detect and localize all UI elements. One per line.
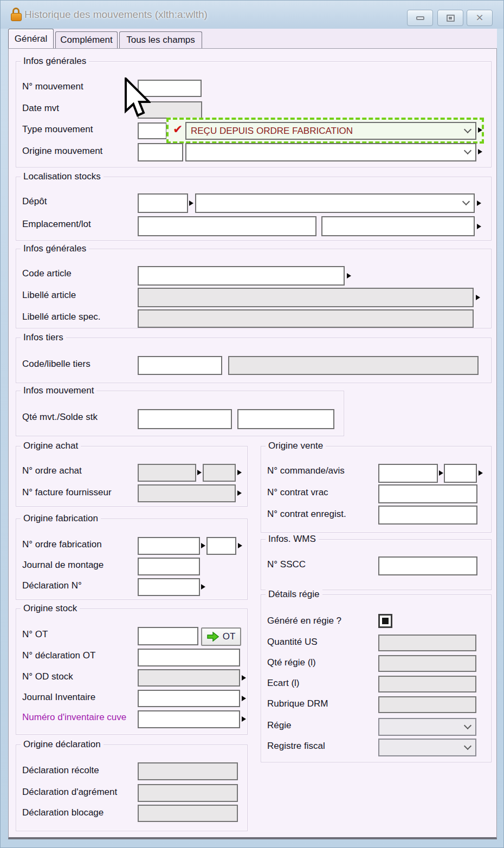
- type-mouvement-goto-arrow-icon[interactable]: [478, 127, 482, 133]
- lot-input[interactable]: [321, 216, 475, 236]
- regie-combobox[interactable]: [378, 718, 476, 736]
- chevron-down-icon[interactable]: [464, 721, 471, 729]
- group-title: Origine vente: [266, 441, 326, 451]
- chevron-down-icon[interactable]: [462, 198, 470, 205]
- tab-strip: Général Complément Tous les champs: [8, 29, 497, 48]
- depot-goto-arrow-icon[interactable]: [189, 200, 193, 206]
- chevron-down-icon[interactable]: [464, 147, 471, 154]
- label-quantite-us: Quantité US: [267, 637, 318, 648]
- group-title: Localisation stocks: [21, 171, 104, 182]
- label-libelle-article-spec: Libellé article spec.: [22, 312, 101, 322]
- declaration-blocage-input: [138, 805, 238, 822]
- code-article-goto-arrow-icon[interactable]: [347, 273, 351, 279]
- window-title: Historique des mouvements (xlth:a:wlth): [24, 9, 208, 21]
- depot-combo-goto-arrow-icon[interactable]: [477, 200, 481, 206]
- n-od-stock-input: [138, 669, 240, 687]
- numero-inventaire-cuve-goto-arrow-icon[interactable]: [242, 716, 246, 722]
- group-title: Origine stock: [21, 603, 80, 614]
- registre-fiscal-combobox[interactable]: [378, 739, 476, 756]
- journal-de-montage-input[interactable]: [138, 558, 200, 575]
- label-n-contrat-vrac: N° contrat vrac: [267, 487, 328, 498]
- maximize-button[interactable]: [437, 10, 463, 26]
- tab-tous-les-champs[interactable]: Tous les champs: [119, 31, 202, 48]
- origine-mouvement-goto-arrow-icon[interactable]: [478, 149, 482, 154]
- n-od-stock-goto-arrow-icon[interactable]: [242, 675, 246, 681]
- solde-stk-input[interactable]: [237, 409, 334, 429]
- declaration-n-input[interactable]: [138, 578, 200, 596]
- label-qte-mvt-solde-stk: Qté mvt./Solde stk: [22, 412, 98, 423]
- n-sscc-input[interactable]: [378, 556, 477, 575]
- label-emplacement-lot: Emplacement/lot: [22, 219, 91, 230]
- n-contrat-enregist-input[interactable]: [378, 506, 477, 525]
- n-commande-avis-suffix-goto-arrow-icon[interactable]: [479, 470, 483, 476]
- chevron-down-icon[interactable]: [464, 742, 471, 749]
- numero-inventaire-cuve-input[interactable]: [138, 710, 240, 728]
- label-journal-inventaire: Journal Inventaire: [22, 692, 95, 703]
- emplacement-input[interactable]: [138, 216, 316, 236]
- n-ordre-achat-goto-arrow-icon[interactable]: [197, 470, 202, 475]
- label-n-ordre-achat: N° ordre achat: [22, 465, 82, 476]
- date-mvt-input: [138, 101, 202, 119]
- depot-combobox[interactable]: [195, 193, 475, 213]
- code-article-input[interactable]: [138, 266, 345, 286]
- group-title: Infos. WMS: [266, 534, 319, 545]
- n-contrat-vrac-input[interactable]: [378, 484, 477, 503]
- label-n-facture-fournisseur: N° facture fournisseur: [22, 487, 112, 498]
- label-n-ordre-fabrication: N° ordre fabrication: [22, 539, 102, 550]
- n-commande-avis-goto-arrow-icon[interactable]: [439, 470, 443, 476]
- n-facture-fournisseur-input: [138, 484, 236, 502]
- origine-mouvement-code-input[interactable]: [138, 143, 183, 161]
- label-registre-fiscal: Registre fiscal: [267, 741, 325, 752]
- n-ordre-fabrication-suffix-goto-arrow-icon[interactable]: [238, 543, 242, 548]
- declaration-agrement-input: [138, 784, 238, 802]
- n-ordre-fabrication-goto-arrow-icon[interactable]: [201, 543, 205, 548]
- genere-en-regie-checkbox[interactable]: [378, 614, 392, 628]
- label-declaration-agrement: Déclaration d'agrément: [22, 787, 117, 798]
- n-facture-fournisseur-goto-arrow-icon[interactable]: [237, 490, 242, 496]
- libelle-tiers-input: [228, 356, 479, 375]
- group-title: Infos mouvement: [21, 385, 96, 396]
- n-commande-avis-suffix-input[interactable]: [444, 464, 477, 483]
- label-n-mouvement: N° mouvement: [22, 81, 83, 92]
- type-mouvement-combobox[interactable]: REÇU DEPUIS ORDRE FABRICATION: [185, 122, 476, 140]
- label-type-mouvement: Type mouvement: [22, 124, 93, 135]
- window-historique-des-mouvements: Historique des mouvements (xlth:a:wlth) …: [0, 0, 504, 848]
- green-arrow-icon: [207, 632, 219, 642]
- n-commande-avis-input[interactable]: [378, 464, 438, 483]
- lot-goto-arrow-icon[interactable]: [477, 224, 481, 229]
- tab-general[interactable]: Général: [8, 29, 54, 48]
- minimize-button[interactable]: [407, 10, 433, 26]
- depot-code-input[interactable]: [138, 193, 188, 213]
- label-code-libelle-tiers: Code/libelle tiers: [22, 359, 91, 370]
- label-n-contrat-enregist: N° contrat enregist.: [267, 509, 346, 520]
- n-mouvement-input[interactable]: [138, 80, 202, 97]
- n-ordre-achat-input: [138, 464, 196, 482]
- n-ordre-fabrication-input[interactable]: [138, 537, 200, 555]
- ot-button[interactable]: OT: [201, 627, 241, 646]
- declaration-n-goto-arrow-icon[interactable]: [201, 584, 205, 590]
- n-declaration-ot-input[interactable]: [138, 649, 240, 666]
- n-ordre-fabrication-suffix-input[interactable]: [206, 537, 236, 555]
- close-button[interactable]: ✕: [467, 10, 493, 26]
- n-ot-input[interactable]: [138, 627, 198, 645]
- label-n-sscc: N° SSCC: [267, 559, 306, 570]
- qte-mvt-input[interactable]: [138, 409, 232, 429]
- journal-inventaire-input[interactable]: [138, 690, 240, 707]
- checkbox-filled-icon: [382, 618, 389, 624]
- code-tiers-input[interactable]: [138, 356, 222, 375]
- journal-inventaire-goto-arrow-icon[interactable]: [242, 696, 246, 701]
- red-check-icon: ✔: [173, 124, 183, 135]
- group-title: Infos générales: [21, 56, 89, 67]
- n-ordre-achat-suffix-goto-arrow-icon[interactable]: [237, 470, 242, 475]
- tab-complement[interactable]: Complément: [55, 31, 118, 48]
- origine-mouvement-combobox[interactable]: [185, 143, 476, 161]
- chevron-down-icon[interactable]: [464, 125, 471, 133]
- type-mouvement-code-input[interactable]: [138, 122, 167, 139]
- label-regie: Régie: [267, 720, 291, 731]
- libelle-article-goto-arrow-icon[interactable]: [476, 295, 480, 300]
- label-rubrique-drm: Rubrique DRM: [267, 698, 328, 709]
- label-date-mvt: Date mvt: [22, 103, 59, 114]
- label-qte-regie: Qté régie (l): [267, 657, 316, 668]
- label-origine-mouvement: Origine mouvement: [22, 146, 102, 157]
- libelle-article-spec-input: [138, 309, 474, 328]
